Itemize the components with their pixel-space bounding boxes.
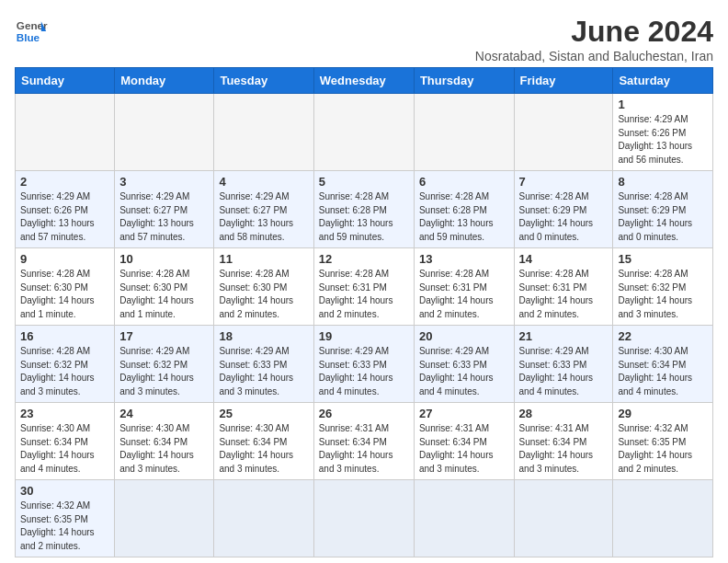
calendar-cell: 16Sunrise: 4:28 AMSunset: 6:32 PMDayligh… <box>16 326 115 403</box>
day-number: 22 <box>618 329 708 343</box>
day-info: Sunrise: 4:28 AMSunset: 6:28 PMDaylight:… <box>319 190 409 244</box>
calendar-cell: 11Sunrise: 4:28 AMSunset: 6:30 PMDayligh… <box>214 248 313 326</box>
calendar-cell: 20Sunrise: 4:29 AMSunset: 6:33 PMDayligh… <box>414 326 514 403</box>
day-info: Sunrise: 4:29 AMSunset: 6:32 PMDaylight:… <box>119 345 209 398</box>
calendar-cell: 5Sunrise: 4:28 AMSunset: 6:28 PMDaylight… <box>313 171 414 248</box>
calendar-cell: 27Sunrise: 4:31 AMSunset: 6:34 PMDayligh… <box>414 403 514 480</box>
day-info: Sunrise: 4:28 AMSunset: 6:32 PMDaylight:… <box>20 345 109 398</box>
day-number: 16 <box>20 329 109 343</box>
calendar-cell: 3Sunrise: 4:29 AMSunset: 6:27 PMDaylight… <box>115 171 214 248</box>
day-info: Sunrise: 4:28 AMSunset: 6:31 PMDaylight:… <box>319 268 409 321</box>
day-number: 4 <box>219 175 308 189</box>
day-info: Sunrise: 4:30 AMSunset: 6:34 PMDaylight:… <box>219 422 308 476</box>
calendar-cell: 29Sunrise: 4:32 AMSunset: 6:35 PMDayligh… <box>613 403 713 480</box>
calendar-cell: 17Sunrise: 4:29 AMSunset: 6:32 PMDayligh… <box>115 326 214 403</box>
day-info: Sunrise: 4:29 AMSunset: 6:33 PMDaylight:… <box>519 345 609 398</box>
calendar-cell <box>214 94 313 171</box>
svg-text:Blue: Blue <box>17 31 40 43</box>
calendar-cell: 22Sunrise: 4:30 AMSunset: 6:34 PMDayligh… <box>613 326 713 403</box>
calendar-cell: 10Sunrise: 4:28 AMSunset: 6:30 PMDayligh… <box>115 248 214 326</box>
calendar-cell: 28Sunrise: 4:31 AMSunset: 6:34 PMDayligh… <box>514 403 613 480</box>
calendar-cell <box>514 480 613 557</box>
day-info: Sunrise: 4:28 AMSunset: 6:29 PMDaylight:… <box>519 190 609 244</box>
calendar-cell: 21Sunrise: 4:29 AMSunset: 6:33 PMDayligh… <box>514 326 613 403</box>
calendar-cell: 13Sunrise: 4:28 AMSunset: 6:31 PMDayligh… <box>414 248 514 326</box>
day-number: 30 <box>20 484 109 498</box>
calendar-cell <box>16 94 115 171</box>
day-number: 17 <box>119 329 209 343</box>
calendar-cell <box>214 480 313 557</box>
day-info: Sunrise: 4:28 AMSunset: 6:32 PMDaylight:… <box>618 268 708 321</box>
day-info: Sunrise: 4:29 AMSunset: 6:26 PMDaylight:… <box>618 113 708 167</box>
day-number: 20 <box>419 329 509 343</box>
day-number: 23 <box>20 407 109 420</box>
calendar-cell: 15Sunrise: 4:28 AMSunset: 6:32 PMDayligh… <box>613 248 713 326</box>
day-info: Sunrise: 4:29 AMSunset: 6:33 PMDaylight:… <box>419 345 509 398</box>
calendar-cell: 18Sunrise: 4:29 AMSunset: 6:33 PMDayligh… <box>214 326 313 403</box>
day-info: Sunrise: 4:29 AMSunset: 6:27 PMDaylight:… <box>119 190 209 244</box>
day-info: Sunrise: 4:29 AMSunset: 6:33 PMDaylight:… <box>319 345 409 398</box>
title-area: June 2024 Nosratabad, Sistan and Baluche… <box>475 15 713 63</box>
weekday-header-tuesday: Tuesday <box>214 68 313 94</box>
calendar-week-5: 23Sunrise: 4:30 AMSunset: 6:34 PMDayligh… <box>16 403 713 480</box>
weekday-header-row: SundayMondayTuesdayWednesdayThursdayFrid… <box>16 68 713 94</box>
calendar-cell: 14Sunrise: 4:28 AMSunset: 6:31 PMDayligh… <box>514 248 613 326</box>
day-number: 6 <box>419 175 509 189</box>
calendar-cell: 25Sunrise: 4:30 AMSunset: 6:34 PMDayligh… <box>214 403 313 480</box>
subtitle: Nosratabad, Sistan and Baluchestan, Iran <box>475 49 713 63</box>
day-number: 8 <box>618 175 708 189</box>
calendar-cell <box>514 94 613 171</box>
calendar-cell: 7Sunrise: 4:28 AMSunset: 6:29 PMDaylight… <box>514 171 613 248</box>
day-info: Sunrise: 4:28 AMSunset: 6:31 PMDaylight:… <box>419 268 509 321</box>
calendar-cell: 2Sunrise: 4:29 AMSunset: 6:26 PMDaylight… <box>16 171 115 248</box>
calendar-week-2: 2Sunrise: 4:29 AMSunset: 6:26 PMDaylight… <box>16 171 713 248</box>
day-info: Sunrise: 4:30 AMSunset: 6:34 PMDaylight:… <box>20 422 109 476</box>
calendar-cell: 1Sunrise: 4:29 AMSunset: 6:26 PMDaylight… <box>613 94 713 171</box>
day-info: Sunrise: 4:31 AMSunset: 6:34 PMDaylight:… <box>419 422 509 476</box>
day-number: 29 <box>618 407 708 420</box>
day-info: Sunrise: 4:28 AMSunset: 6:31 PMDaylight:… <box>519 268 609 321</box>
calendar-cell <box>115 94 214 171</box>
day-info: Sunrise: 4:31 AMSunset: 6:34 PMDaylight:… <box>519 422 609 476</box>
day-number: 19 <box>319 329 409 343</box>
day-info: Sunrise: 4:28 AMSunset: 6:30 PMDaylight:… <box>219 268 308 321</box>
day-number: 24 <box>119 407 209 420</box>
logo: General Blue <box>15 15 48 48</box>
calendar-cell: 30Sunrise: 4:32 AMSunset: 6:35 PMDayligh… <box>16 480 115 557</box>
day-number: 10 <box>119 252 209 266</box>
calendar-cell <box>313 94 414 171</box>
weekday-header-thursday: Thursday <box>414 68 514 94</box>
day-info: Sunrise: 4:30 AMSunset: 6:34 PMDaylight:… <box>618 345 708 398</box>
calendar-cell: 24Sunrise: 4:30 AMSunset: 6:34 PMDayligh… <box>115 403 214 480</box>
calendar-cell: 19Sunrise: 4:29 AMSunset: 6:33 PMDayligh… <box>313 326 414 403</box>
weekday-header-sunday: Sunday <box>16 68 115 94</box>
weekday-header-monday: Monday <box>115 68 214 94</box>
calendar-cell: 23Sunrise: 4:30 AMSunset: 6:34 PMDayligh… <box>16 403 115 480</box>
day-number: 1 <box>618 98 708 111</box>
day-info: Sunrise: 4:28 AMSunset: 6:30 PMDaylight:… <box>20 268 109 321</box>
calendar-week-4: 16Sunrise: 4:28 AMSunset: 6:32 PMDayligh… <box>16 326 713 403</box>
day-number: 28 <box>519 407 609 420</box>
day-number: 27 <box>419 407 509 420</box>
day-info: Sunrise: 4:29 AMSunset: 6:27 PMDaylight:… <box>219 190 308 244</box>
calendar-cell: 26Sunrise: 4:31 AMSunset: 6:34 PMDayligh… <box>313 403 414 480</box>
day-info: Sunrise: 4:28 AMSunset: 6:28 PMDaylight:… <box>419 190 509 244</box>
day-info: Sunrise: 4:29 AMSunset: 6:33 PMDaylight:… <box>219 345 308 398</box>
weekday-header-wednesday: Wednesday <box>313 68 414 94</box>
day-number: 9 <box>20 252 109 266</box>
calendar-cell: 6Sunrise: 4:28 AMSunset: 6:28 PMDaylight… <box>414 171 514 248</box>
day-number: 11 <box>219 252 308 266</box>
day-number: 5 <box>319 175 409 189</box>
day-number: 12 <box>319 252 409 266</box>
logo-icon: General Blue <box>15 15 48 48</box>
day-number: 14 <box>519 252 609 266</box>
day-number: 7 <box>519 175 609 189</box>
calendar-cell: 4Sunrise: 4:29 AMSunset: 6:27 PMDaylight… <box>214 171 313 248</box>
calendar-cell <box>613 480 713 557</box>
day-number: 18 <box>219 329 308 343</box>
weekday-header-friday: Friday <box>514 68 613 94</box>
day-number: 2 <box>20 175 109 189</box>
day-number: 26 <box>319 407 409 420</box>
header: General Blue June 2024 Nosratabad, Sista… <box>15 15 713 63</box>
day-number: 21 <box>519 329 609 343</box>
